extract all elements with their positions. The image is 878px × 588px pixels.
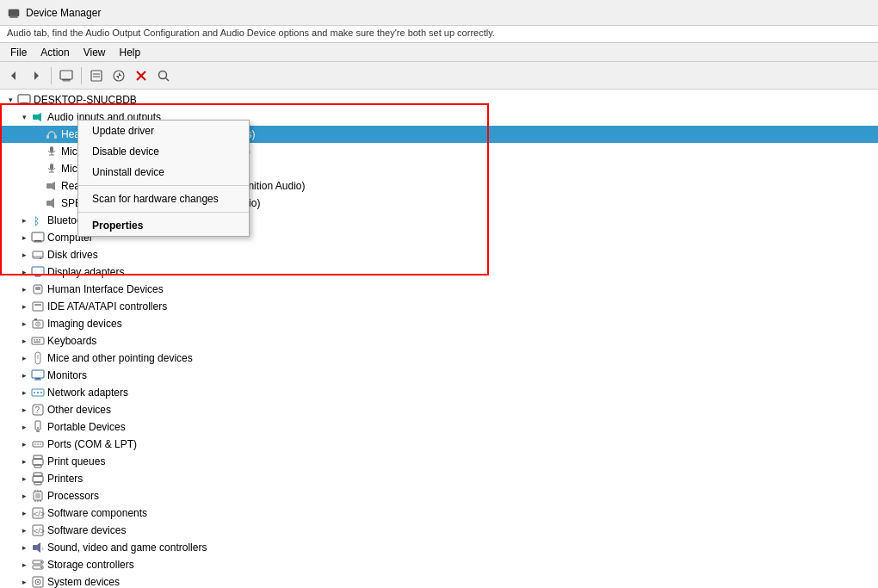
printers-label: Printers: [47, 473, 83, 485]
network-icon: [31, 386, 45, 399]
headphone-icon: [45, 127, 59, 141]
storage-node[interactable]: Storage controllers: [0, 556, 878, 573]
ide-node[interactable]: IDE ATA/ATAPI controllers: [0, 298, 878, 315]
network-expand[interactable]: [17, 386, 31, 399]
disk-expand[interactable]: [17, 248, 31, 262]
computer-button[interactable]: [56, 65, 77, 86]
ports-label: Ports (COM & LPT): [47, 438, 137, 450]
svg-rect-22: [46, 135, 49, 139]
network-label: Network adapters: [47, 387, 128, 399]
svg-rect-8: [91, 71, 102, 81]
monitors-node[interactable]: Monitors: [0, 367, 878, 384]
printers-expand[interactable]: [17, 472, 31, 486]
sw-dev-node[interactable]: </> Software devices: [0, 522, 878, 539]
ports-node[interactable]: Ports (COM & LPT): [0, 436, 878, 453]
svg-point-63: [37, 392, 39, 393]
svg-rect-35: [32, 232, 44, 241]
root-node[interactable]: DESKTOP-SNUCBDB: [0, 91, 878, 108]
imaging-node[interactable]: Imaging devices: [0, 315, 878, 332]
ide-expand[interactable]: [17, 300, 31, 313]
system-node[interactable]: System devices: [0, 573, 878, 588]
ide-label: IDE ATA/ATAPI controllers: [47, 300, 167, 313]
svg-rect-76: [34, 465, 41, 467]
keyboards-expand[interactable]: [17, 334, 31, 348]
mic2-icon: [45, 162, 59, 176]
svg-marker-93: [37, 542, 40, 553]
imaging-icon: [31, 317, 45, 331]
ctx-disable-device[interactable]: Disable device: [78, 141, 249, 162]
other-node[interactable]: ? Other devices: [0, 401, 878, 418]
forward-button[interactable]: [26, 65, 46, 86]
update-driver-button[interactable]: [108, 65, 129, 86]
processors-node[interactable]: Processors: [0, 487, 878, 504]
printers-node[interactable]: Printers: [0, 470, 878, 487]
svg-rect-45: [35, 287, 40, 290]
sound-label: Sound, video and game controllers: [47, 542, 207, 554]
root-label: DESKTOP-SNUCBDB: [34, 94, 137, 106]
svg-rect-74: [34, 455, 42, 459]
portable-node[interactable]: Portable Devices: [0, 418, 878, 436]
sw-comp-expand[interactable]: [17, 506, 31, 520]
sound-expand[interactable]: [17, 541, 31, 554]
hid-expand[interactable]: [17, 282, 31, 296]
monitors-label: Monitors: [47, 369, 87, 381]
svg-rect-60: [34, 380, 41, 381]
svg-point-101: [37, 581, 39, 583]
menu-help[interactable]: Help: [113, 45, 148, 60]
ctx-uninstall-device[interactable]: Uninstall device: [78, 162, 249, 183]
svg-rect-56: [34, 342, 40, 344]
svg-rect-55: [39, 339, 40, 341]
svg-rect-36: [34, 240, 41, 242]
back-button[interactable]: [3, 65, 24, 86]
sound-icon: ♪: [31, 541, 45, 554]
headphones-expand: [31, 127, 45, 141]
printq-expand[interactable]: [17, 455, 31, 468]
sound-node[interactable]: ♪ Sound, video and game controllers: [0, 539, 878, 556]
info-text: Audio tab, find the Audio Output Configu…: [7, 28, 495, 38]
ctx-scan-hardware[interactable]: Scan for hardware changes: [78, 189, 249, 209]
storage-label: Storage controllers: [47, 559, 134, 571]
ctx-update-driver[interactable]: Update driver: [78, 121, 249, 141]
svg-rect-42: [34, 275, 41, 276]
portable-expand[interactable]: [17, 420, 31, 434]
display-node[interactable]: Display adapters: [0, 263, 878, 281]
system-expand[interactable]: [17, 575, 31, 588]
computer-expand[interactable]: [17, 231, 31, 244]
ctx-separator: [78, 185, 249, 186]
sw-comp-node[interactable]: </> Software components: [0, 504, 878, 522]
menu-file[interactable]: File: [3, 45, 34, 60]
ctx-properties[interactable]: Properties: [78, 215, 249, 236]
storage-expand[interactable]: [17, 558, 31, 572]
properties-button[interactable]: [86, 65, 107, 86]
title-bar: Device Manager: [0, 0, 878, 26]
svg-rect-1: [10, 15, 17, 17]
printq-node[interactable]: Print queues: [0, 453, 878, 470]
toolbar-sep-2: [81, 67, 82, 84]
audio-expand[interactable]: [17, 110, 31, 124]
ports-expand[interactable]: [17, 437, 31, 451]
monitors-expand[interactable]: [17, 368, 31, 382]
menu-view[interactable]: View: [77, 45, 113, 60]
svg-rect-75: [33, 459, 43, 465]
uninstall-button[interactable]: [131, 65, 151, 86]
hid-node[interactable]: Human Interface Devices: [0, 281, 878, 298]
device-tree[interactable]: DESKTOP-SNUCBDB Audio inputs and outputs: [0, 90, 878, 588]
scan-button[interactable]: [153, 65, 174, 86]
printers-icon: [31, 472, 45, 486]
bluetooth-expand[interactable]: [17, 214, 31, 227]
network-node[interactable]: Network adapters: [0, 384, 878, 401]
mice-expand[interactable]: [17, 351, 31, 365]
mice-node[interactable]: Mice and other pointing devices: [0, 350, 878, 367]
display-expand[interactable]: [17, 265, 31, 279]
svg-marker-4: [34, 71, 39, 80]
other-expand[interactable]: [17, 403, 31, 417]
root-expand[interactable]: [3, 93, 17, 107]
bluetooth-icon: ᛒ: [31, 214, 45, 227]
menu-action[interactable]: Action: [34, 45, 76, 60]
sw-dev-expand[interactable]: [17, 523, 31, 537]
disk-node[interactable]: Disk drives: [0, 246, 878, 263]
mic1-expand: [31, 145, 45, 158]
processors-expand[interactable]: [17, 489, 31, 503]
keyboards-node[interactable]: Keyboards: [0, 332, 878, 350]
imaging-expand[interactable]: [17, 317, 31, 331]
